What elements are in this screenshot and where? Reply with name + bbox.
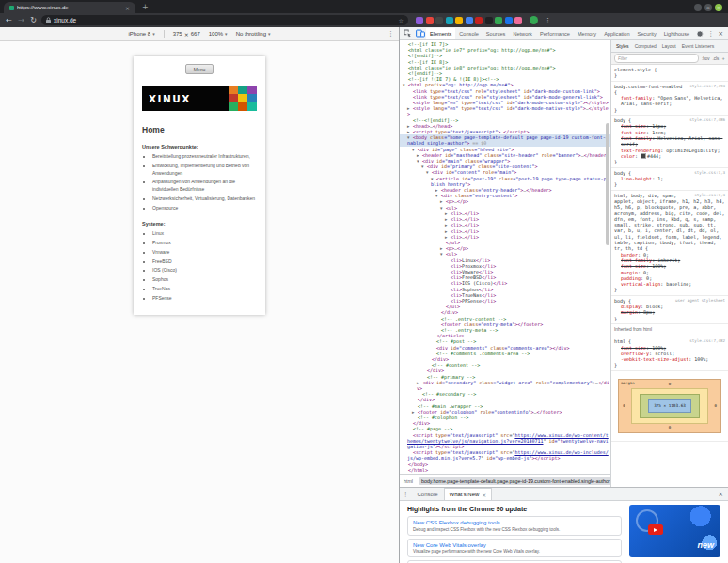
devtools-close-icon[interactable]: × [718, 30, 723, 38]
stylesheet-link[interactable]: style.css:7,493 [689, 84, 725, 89]
tab-strip: https://www.xinux.de × + – ▫ × [0, 0, 728, 13]
extension-icon[interactable] [426, 17, 434, 24]
dom-tree-node[interactable]: </html> [400, 467, 610, 473]
sidebar-tab-event-listeners[interactable]: Event Listeners [679, 43, 717, 49]
throttle-select[interactable]: No throttling▾ [236, 31, 271, 37]
whats-new-item-title[interactable]: New CSS Flexbox debugging tools [413, 520, 616, 525]
device-select[interactable]: iPhone 8▾ [128, 31, 154, 37]
dom-tree-node[interactable]: ▸<div id="secondary" class="widget-area"… [400, 380, 610, 391]
whats-new-video-thumbnail[interactable]: new [629, 505, 720, 557]
device-toolbar-toggle-icon[interactable] [414, 28, 426, 39]
devtools-tab-network[interactable]: Network [509, 28, 536, 39]
extension-icon[interactable] [455, 17, 463, 24]
sidebar-tab-styles[interactable]: Styles [613, 43, 632, 49]
forward-button[interactable]: → [17, 16, 25, 25]
devtools-toolbar-right: ⋮ × [696, 30, 726, 38]
whats-new-item[interactable]: New CSS Flexbox debugging toolsDebug and… [407, 516, 622, 536]
breadcrumb: htmlbody.home.page-template-default.page… [400, 474, 610, 487]
dom-tree-node[interactable]: <script type="text/javascript" src="http… [400, 432, 610, 450]
dom-tree-node[interactable]: <script type="text/javascript" src="http… [400, 449, 610, 461]
list-item: Vmware [152, 249, 257, 257]
color-swatch[interactable] [641, 153, 646, 159]
play-button-icon [648, 524, 663, 535]
devtools-tab-application[interactable]: Application [600, 28, 633, 39]
box-model-content[interactable]: 375 × 1103.63 [648, 399, 691, 413]
drawer-tab-what-s-new[interactable]: What's New× [444, 488, 493, 500]
drawer-menu-icon[interactable]: ⋮ [403, 491, 409, 498]
breadcrumb-item[interactable]: html [404, 478, 413, 484]
devtools-tab-sources[interactable]: Sources [483, 28, 510, 39]
css-property[interactable]: -webkit-text-size-adjust: 100%; [614, 356, 725, 362]
bookmark-star-icon[interactable]: ☆ [399, 17, 404, 23]
close-whats-new-tab-icon[interactable]: × [482, 492, 486, 498]
device-dimensions[interactable]: 375×667 [173, 31, 200, 38]
profile-avatar[interactable] [530, 16, 538, 24]
new-style-rule-button[interactable]: + [721, 56, 725, 61]
back-button[interactable]: ← [5, 16, 13, 25]
elements-panel: <!--[if IE 7]> <html class="ie ie7" pref… [400, 40, 610, 487]
whats-new-item-title[interactable]: New Core Web Vitals overlay [413, 542, 616, 548]
devtools-tab-console[interactable]: Console [455, 28, 483, 39]
css-property[interactable]: font-family: "Open Sans", Helvetica, Ari… [614, 95, 725, 107]
toggle-pseudo-button[interactable]: :hov [702, 56, 710, 61]
tab-close-icon[interactable]: × [125, 5, 130, 11]
reload-button[interactable]: ↻ [29, 16, 38, 25]
extension-icon[interactable] [446, 17, 453, 24]
styles-filter-row: Filter :hov .cls + [611, 53, 728, 65]
drawer-tabbar: ⋮ ConsoleWhat's New× × [400, 488, 728, 501]
element-classes-button[interactable]: .cls [712, 56, 719, 61]
extension-icon[interactable] [505, 17, 513, 24]
devtools-tab-performance[interactable]: Performance [536, 28, 574, 39]
window-minimize-button[interactable]: – [694, 4, 702, 11]
extension-icon[interactable] [466, 17, 473, 24]
site-logo[interactable]: XINUX [142, 86, 257, 111]
device-toolbar: iPhone 8▾ 375×667 100%▾ No throttling▾ ⋮ [0, 27, 399, 41]
window-maximize-button[interactable]: ▫ [704, 4, 712, 11]
sidebar-tab-layout[interactable]: Layout [659, 43, 679, 49]
address-bar[interactable]: xinux.de ☆ [41, 15, 408, 25]
stylesheet-link[interactable]: user agent stylesheet [675, 298, 725, 304]
dom-tree-node[interactable]: ▸<style lang="en" type="text/css" id="da… [400, 105, 610, 117]
browser-menu-icon[interactable]: ⋮ [545, 17, 551, 24]
box-model-border[interactable]: 375 × 1103.63 [631, 388, 708, 424]
zoom-select[interactable]: 100%▾ [209, 31, 228, 37]
devtools-tab-security[interactable]: Security [634, 28, 660, 39]
devtools-tab-elements[interactable]: Elements [426, 28, 455, 39]
extension-icon[interactable] [435, 17, 443, 24]
extension-icon[interactable] [495, 17, 502, 24]
box-model-margin[interactable]: margin0000375 × 1103.63 [618, 379, 721, 433]
drawer-close-icon[interactable]: × [718, 491, 725, 498]
browser-tab[interactable]: https://www.xinux.de × [4, 2, 135, 13]
extension-icon[interactable] [416, 17, 423, 24]
extension-icon[interactable] [485, 17, 493, 24]
window-close-button[interactable]: × [715, 4, 722, 11]
stylesheet-link[interactable]: style.css:7,3 [694, 170, 725, 176]
extension-icon[interactable] [514, 17, 522, 24]
devtools-menu-icon[interactable]: ⋮ [707, 30, 714, 38]
css-property[interactable]: font-family: Helvetica, Arial, sans-seri… [614, 135, 725, 148]
drawer-tab-console[interactable]: Console [413, 489, 443, 500]
box-model-padding[interactable]: 375 × 1103.63 [640, 394, 700, 418]
stylesheet-link[interactable]: style.css:7,482 [689, 338, 725, 344]
device-toolbar-more-icon[interactable]: ⋮ [388, 30, 394, 38]
dom-tree-node-selected[interactable]: ▾<body class="home page-template-default… [400, 134, 610, 146]
css-property[interactable]: color: #444; [614, 153, 725, 160]
styles-filter-input[interactable]: Filter [614, 54, 699, 63]
dom-tree-node[interactable]: ▾<article id="post-19" class="post-19 pa… [400, 176, 610, 187]
css-rule: style.css:7,3html, body, div, span, appl… [611, 191, 728, 296]
devtools-tab-memory[interactable]: Memory [574, 28, 600, 39]
section-heading: Systeme: [142, 221, 257, 227]
new-tab-button[interactable]: + [142, 3, 149, 11]
sidebar-tab-computed[interactable]: Computed [632, 43, 659, 49]
inspect-element-icon[interactable] [402, 28, 414, 39]
site-menu-button[interactable]: Menu [185, 64, 214, 74]
site-sections: Unsere Schwerpunkte:Bereitstellung proze… [142, 144, 257, 302]
extension-icon[interactable] [475, 17, 483, 24]
breadcrumb-item[interactable]: body.home.page-template-default.page.pag… [419, 477, 610, 485]
stylesheet-link[interactable]: style.css:7,486 [689, 117, 725, 123]
settings-gear-icon[interactable] [696, 30, 704, 38]
devtools-tab-lighthouse[interactable]: Lighthouse [660, 28, 693, 39]
list-item: Proxmox [152, 240, 257, 247]
scrollbar-thumb[interactable] [606, 123, 609, 245]
whats-new-item[interactable]: New Core Web Vitals overlayVisualize pag… [407, 539, 622, 558]
